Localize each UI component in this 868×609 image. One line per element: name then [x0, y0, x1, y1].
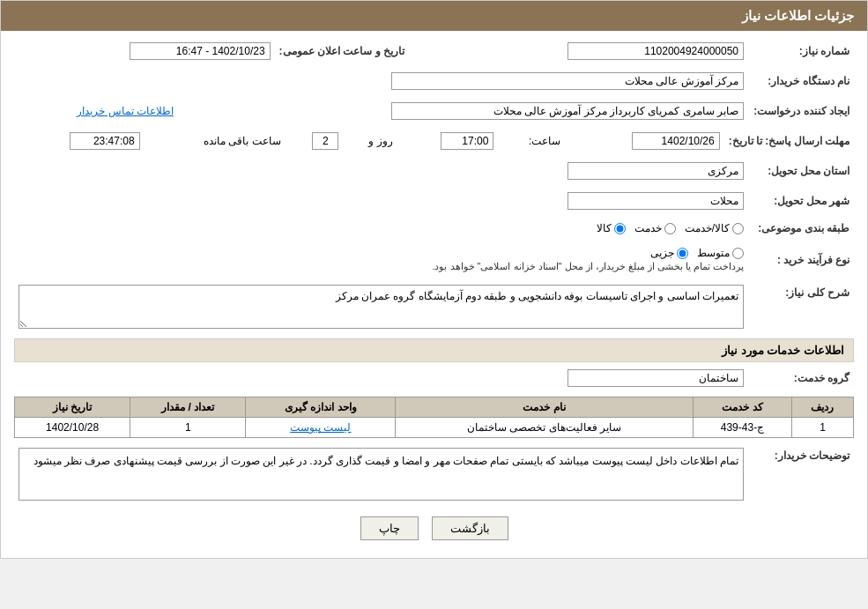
row-num: 1	[791, 418, 853, 438]
radio-motevaset[interactable]	[732, 248, 744, 259]
contact-link[interactable]: اطلاعات تماس خریدار	[77, 105, 174, 117]
col-header-row: ردیف	[791, 397, 853, 418]
category-radio-group: کالا/خدمت خدمت کالا	[19, 222, 744, 234]
row-date: 1402/10/28	[15, 418, 130, 438]
jozi-label: جزیی	[650, 247, 674, 259]
col-header-unit: واحد اندازه گیری	[246, 397, 396, 418]
row-unit: لیست پیوست	[246, 418, 396, 438]
category-label: طبقه بندی موضوعی:	[748, 219, 854, 237]
deadline-remain: 23:47:08	[70, 132, 140, 150]
announce-value: 1402/10/23 - 16:47	[130, 42, 271, 60]
buttons-row: بازگشت چاپ	[14, 516, 854, 540]
motevaset-label: متوسط	[697, 247, 730, 259]
category-kala: کالا	[597, 222, 626, 234]
radio-khedmat[interactable]	[664, 223, 676, 234]
purchase-motevaset: متوسط	[697, 247, 744, 259]
city-label: شهر محل تحویل:	[748, 189, 854, 212]
row-code: ج-43-439	[693, 418, 791, 438]
khedmat-label: خدمت	[634, 222, 662, 234]
purchase-note: پرداخت تمام یا بخشی از مبلغ خریدار، از م…	[19, 261, 744, 272]
description-value: تعمیرات اساسی و اجرای تاسیسات بوفه دانشج…	[19, 285, 744, 329]
deadline-label: مهلت ارسال پاسخ: تا تاریخ:	[724, 130, 854, 152]
deadline-time: 17:00	[441, 132, 493, 150]
radio-kala[interactable]	[614, 223, 626, 234]
deadline-days: 2	[312, 132, 338, 150]
services-table: ردیف کد خدمت نام خدمت واحد اندازه گیری ت…	[14, 397, 854, 438]
deadline-days-label: روز و	[368, 135, 392, 147]
purchase-type-label: نوع فرآیند خرید :	[748, 244, 854, 275]
col-header-code: کد خدمت	[693, 397, 791, 418]
buyer-notes-value: تمام اطلاعات داخل لیست پیوست میباشد که ب…	[19, 448, 744, 501]
col-header-qty: تعداد / مقدار	[130, 397, 246, 418]
radio-jozi[interactable]	[677, 248, 688, 259]
table-row: 1 ج-43-439 سایر فعالیت‌های تخصصی ساختمان…	[15, 418, 854, 438]
deadline-time-label: ساعت:	[529, 135, 560, 147]
purchase-type-options: متوسط جزیی	[19, 247, 744, 259]
page-header: جزئیات اطلاعات نیاز	[1, 1, 867, 31]
radio-kala-khedmat[interactable]	[732, 223, 744, 234]
need-number-label: شماره نیاز:	[748, 40, 854, 63]
deadline-date: 1402/10/26	[632, 132, 720, 150]
buyer-org-label: نام دستگاه خریدار:	[748, 70, 854, 93]
col-header-name: نام خدمت	[396, 397, 694, 418]
row-name: سایر فعالیت‌های تخصصی ساختمان	[396, 418, 694, 438]
description-label: شرح کلی نیاز:	[748, 282, 854, 331]
category-kala-khedmat: کالا/خدمت	[685, 222, 744, 234]
back-button[interactable]: بازگشت	[432, 516, 508, 540]
category-khedmat: خدمت	[634, 222, 676, 234]
services-section-header: اطلاعات خدمات مورد نیاز	[14, 338, 854, 362]
announce-label: تاریخ و ساعت اعلان عمومی:	[275, 40, 409, 63]
print-button[interactable]: چاپ	[360, 516, 419, 540]
province-label: استان محل تحویل:	[748, 160, 854, 182]
col-header-date: تاریخ نیاز	[15, 397, 130, 418]
creator-label: ایجاد کننده درخواست:	[748, 100, 854, 123]
group-label: گروه خدمت:	[748, 367, 854, 390]
purchase-jozi: جزیی	[650, 247, 688, 259]
city-value: محلات	[568, 192, 744, 210]
buyer-notes-label: توضیحات خریدار:	[748, 445, 854, 503]
deadline-remain-label: ساعت باقی مانده	[204, 135, 281, 147]
creator-value: صابر سامری کمریای کاربرداز مرکز آموزش عا…	[391, 102, 744, 120]
need-number-value: 1102004924000050	[568, 42, 744, 60]
province-value: مرکزی	[568, 162, 744, 180]
buyer-org-value: مرکز آموزش عالی محلات	[391, 72, 744, 90]
group-value: ساختمان	[568, 369, 744, 387]
kala-khedmat-label: کالا/خدمت	[685, 222, 730, 234]
kala-label: کالا	[597, 222, 612, 234]
page-title: جزئیات اطلاعات نیاز	[742, 8, 854, 23]
row-qty: 1	[130, 418, 246, 438]
